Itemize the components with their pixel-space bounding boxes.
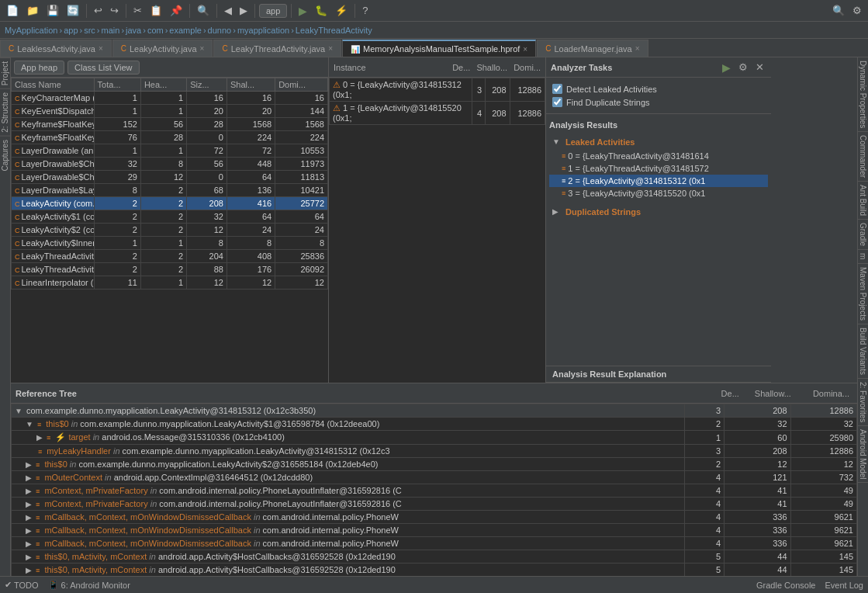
ref-table-row[interactable]: ▶ ≡ mContext, mPrivateFactory in com.and… (12, 498, 857, 511)
sidebar-ant-build[interactable]: Ant Build (858, 182, 868, 220)
ref-root-row[interactable]: ▼ com.example.dunno.myapplication.LeakyA… (12, 404, 857, 418)
duplicated-strings-section[interactable]: ▶ Duplicated Strings (549, 203, 768, 220)
ref-table-row[interactable]: ▶ ≡ mOuterContext in android.app.Context… (12, 471, 857, 484)
instance-table-row[interactable]: ⚠1 = {LeakyActivity@314815520 (0x1; 4 20… (330, 102, 545, 125)
breadcrumb-com[interactable]: com (147, 26, 164, 35)
ref-table-row[interactable]: ▶ ≡ this$0, mActivity, mContext in andro… (12, 550, 857, 564)
analyzer-close-btn[interactable]: ✕ (753, 61, 766, 74)
ref-table-row[interactable]: ▶ ≡ mCallback, mContext, mOnWindowDismis… (12, 537, 857, 550)
ref-row-expand[interactable]: ▶ (26, 473, 32, 482)
breadcrumb-leakythreadactivity[interactable]: LeakyThreadActivity (296, 26, 372, 35)
sidebar-maven[interactable]: Maven Projects (858, 264, 868, 324)
tab-close-leaky[interactable]: × (200, 44, 205, 53)
new-btn[interactable]: 📄 (3, 3, 22, 18)
breadcrumb-src[interactable]: src (84, 26, 95, 35)
undo-btn[interactable]: ↩ (91, 3, 105, 18)
instance-table-row[interactable]: ⚠0 = {LeakyActivity@314815312 (0x1; 3 20… (330, 78, 545, 102)
sidebar-structure[interactable]: 2: Structure (0, 88, 10, 136)
ref-table-row[interactable]: ▶ ≡ mCallback, mContext, mOnWindowDismis… (12, 524, 857, 537)
sidebar-gradle[interactable]: Gradle (858, 220, 868, 250)
tab-close-leakless[interactable]: × (99, 44, 103, 53)
ref-row-expand[interactable]: ▶ (26, 539, 32, 548)
ref-row-expand[interactable]: ▼ (26, 420, 33, 428)
copy-btn[interactable]: 📋 (147, 3, 165, 18)
sidebar-commander[interactable]: Commander (858, 132, 868, 182)
ref-table-row[interactable]: ▶ ≡ ⚡ target in android.os.Message@31531… (12, 431, 857, 445)
ref-table-row[interactable]: ≡ myLeakyHandler in com.example.dunno.my… (12, 445, 857, 458)
col-shallow[interactable]: Shal... (227, 78, 275, 92)
ref-row-expand[interactable]: ▶ (26, 487, 32, 495)
sidebar-project[interactable]: Project (0, 57, 10, 88)
col-total[interactable]: Tota... (94, 78, 140, 92)
col-size[interactable]: Siz... (187, 78, 227, 92)
tab-close-leakythread[interactable]: × (328, 44, 333, 53)
find-btn[interactable]: 🔍 (194, 3, 213, 18)
leaked-activity-item[interactable]: ≡ 3 = {LeakyActivity@314815520 (0x1 (549, 187, 768, 199)
class-table-row[interactable]: CLayerDrawable$ChildDrawab 32 8 56 448 1… (12, 158, 328, 171)
app-selector[interactable]: app (259, 4, 287, 18)
analyzer-settings-btn[interactable]: ⚙ (736, 61, 750, 74)
task-detect-leaked-checkbox[interactable] (552, 84, 562, 94)
open-btn[interactable]: 📁 (23, 3, 42, 18)
sidebar-android-model[interactable]: Android Model (858, 426, 868, 483)
heap-dropdown[interactable]: App heap (14, 61, 64, 75)
sidebar-dynamic-props[interactable]: Dynamic Properties (858, 57, 868, 132)
back-btn[interactable]: ◀ (221, 3, 235, 18)
todo-btn[interactable]: ✔ TODO (5, 580, 39, 590)
breadcrumb-myapplication[interactable]: myapplication (237, 26, 289, 35)
tab-leaklessactivity[interactable]: C LeaklessActivity.java × (0, 40, 112, 57)
forward-btn[interactable]: ▶ (237, 3, 251, 18)
class-table-row[interactable]: CLeakyActivity (com.example. 2 2 208 416… (12, 197, 328, 210)
ref-row-expand[interactable]: ▶ (36, 433, 43, 442)
ref-row-expand[interactable]: ▶ (26, 526, 32, 535)
breadcrumb-myapp[interactable]: MyApplication (5, 26, 57, 35)
ref-table-row[interactable]: ▼ ≡ this$0 in com.example.dunno.myapplic… (12, 418, 857, 431)
save-btn[interactable]: 💾 (43, 3, 62, 18)
sync-btn[interactable]: 🔄 (64, 3, 82, 18)
paste-btn[interactable]: 📌 (167, 3, 185, 18)
ref-table-row[interactable]: ▶ ≡ mCallback, mContext, mOnWindowDismis… (12, 511, 857, 524)
class-table-row[interactable]: CLeakyThreadActivity$1 (com. 2 2 88 176 … (12, 263, 328, 276)
class-table-row[interactable]: CLeakyActivity$InnerTestClas 1 1 8 8 8 (12, 237, 328, 250)
class-table-row[interactable]: CLeakyActivity$1 (com.examp 2 2 32 64 64 (12, 210, 328, 224)
breadcrumb-app[interactable]: app (64, 26, 78, 35)
tab-close-hprof[interactable]: × (523, 45, 527, 54)
class-table-row[interactable]: CKeyEvent$DispatcherState (a 1 1 20 20 1… (12, 105, 328, 118)
sidebar-captures[interactable]: Captures (0, 136, 10, 175)
cut-btn[interactable]: ✂ (130, 3, 145, 18)
debug-btn[interactable]: 🐛 (312, 3, 330, 18)
redo-btn[interactable]: ↪ (107, 3, 122, 18)
event-log-btn[interactable]: Event Log (825, 581, 863, 590)
sidebar-m[interactable]: m (858, 250, 868, 263)
leaked-activities-section[interactable]: ▼ Leaked Activities (549, 133, 768, 150)
settings-btn[interactable]: ⚙ (849, 3, 865, 18)
class-list-dropdown[interactable]: Class List View (67, 61, 139, 75)
tab-leakyactivity[interactable]: C LeakyActivity.java × (112, 40, 213, 57)
tab-close-loader[interactable]: × (635, 44, 640, 53)
col-heap[interactable]: Hea... (140, 78, 186, 92)
class-table-row[interactable]: CLeakyActivity$2 (com.examp 2 2 12 24 24 (12, 224, 328, 237)
class-table-row[interactable]: CKeyCharacterMap (android.vi 1 1 16 16 1… (12, 92, 328, 105)
breadcrumb-example[interactable]: example (169, 26, 202, 35)
class-table-row[interactable]: CLinearInterpolator (android.v 11 1 12 1… (12, 276, 328, 290)
leaked-activity-item[interactable]: ≡ 0 = {LeakyThreadActivity@31481614 (549, 150, 768, 162)
class-table-row[interactable]: CLayerDrawable (android.grap 1 1 72 72 1… (12, 144, 328, 158)
ref-row-expand[interactable]: ▶ (26, 553, 32, 561)
ref-row-expand[interactable]: ▶ (26, 500, 32, 508)
class-table-row[interactable]: CLayerDrawable$LayerState (a 8 2 68 136 … (12, 184, 328, 197)
breadcrumb-dunno[interactable]: dunno (208, 26, 232, 35)
tab-loadermanager[interactable]: C LoaderManager.java × (537, 40, 648, 57)
analyzer-play-btn[interactable]: ▶ (720, 61, 733, 75)
tab-leakythreadactivity[interactable]: C LeakyThreadActivity.java × (213, 40, 341, 57)
gradle-console-btn[interactable]: Gradle Console (756, 581, 815, 590)
ref-row-expand[interactable]: ▶ (26, 513, 32, 522)
help-btn[interactable]: ? (359, 3, 371, 18)
class-table-row[interactable]: CLayerDrawable$ChildDrawab 29 12 0 64 11… (12, 171, 328, 184)
ref-table-row[interactable]: ▶ ≡ mContext, mPrivateFactory in com.and… (12, 484, 857, 498)
leaked-activity-item[interactable]: ≡ 2 = {LeakyActivity@314815312 (0x1 (549, 175, 768, 187)
class-table-row[interactable]: CLeakyThreadActivity (com.ex 2 2 204 408… (12, 250, 328, 263)
ref-row-expand[interactable]: ▶ (26, 460, 32, 469)
class-table-row[interactable]: CKeyframe$FloatKeyframe[] (a 76 28 0 224… (12, 131, 328, 144)
ref-root-expand[interactable]: ▼ (15, 407, 22, 415)
col-classname[interactable]: Class Name (12, 78, 95, 92)
